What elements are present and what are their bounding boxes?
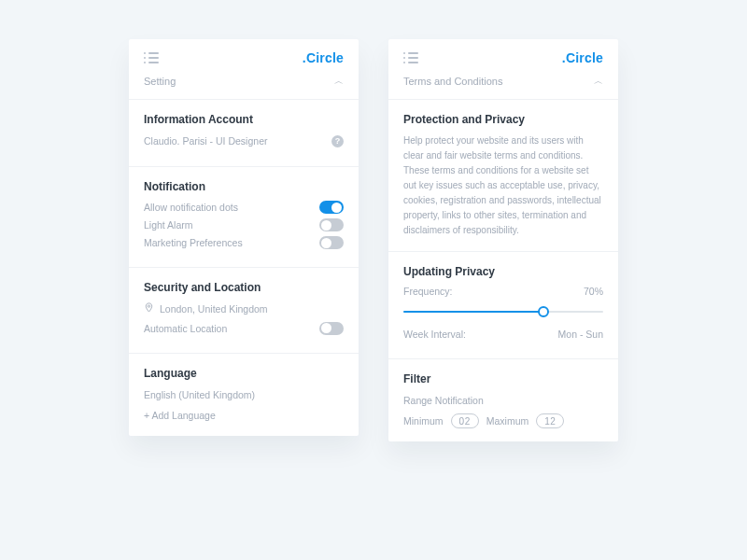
protection-body: Help protect your website and its users … — [403, 133, 603, 238]
subheader: Setting ︿ — [129, 71, 359, 100]
notif-row-allow-dots: Allow notification dots — [144, 201, 344, 214]
location-pin-icon — [144, 301, 154, 316]
section-security-location: Security and Location London, United Kin… — [129, 268, 359, 353]
toggle-label: Allow notification dots — [144, 202, 238, 213]
section-information-account: Information Account Claudio. Parisi - UI… — [129, 100, 359, 167]
section-heading: Protection and Privacy — [403, 113, 603, 126]
frequency-slider[interactable] — [403, 302, 603, 321]
page-title: Setting — [144, 76, 176, 87]
week-label: Week Interval: — [403, 329, 466, 340]
help-icon[interactable]: ? — [331, 135, 344, 147]
section-filter: Filter Range Notification Minimum 02 Max… — [388, 359, 618, 441]
toggle-label: Marketing Preferences — [144, 237, 243, 248]
notif-row-marketing: Marketing Preferences — [144, 236, 344, 249]
week-value: Mon - Sun — [558, 329, 603, 340]
account-name: Claudio. Parisi - UI Designer — [144, 133, 267, 148]
frequency-row: Frequency: 70% — [403, 286, 603, 297]
minimum-input[interactable]: 02 — [451, 413, 479, 428]
toggle-light-alarm[interactable] — [319, 218, 344, 231]
section-heading: Security and Location — [144, 281, 344, 294]
topbar: .Circle — [129, 39, 359, 71]
maximum-input[interactable]: 12 — [536, 413, 564, 428]
toggle-label: Automatic Location — [144, 323, 227, 334]
week-interval-row: Week Interval: Mon - Sun — [403, 329, 603, 340]
brand-logo: .Circle — [303, 50, 344, 65]
topbar: .Circle — [388, 39, 618, 71]
menu-icon[interactable] — [144, 52, 159, 63]
collapse-icon[interactable]: ︿ — [334, 75, 344, 88]
section-updating-privacy: Updating Privacy Frequency: 70% Week Int… — [388, 252, 618, 359]
toggle-label: Light Alarm — [144, 219, 193, 231]
section-heading: Filter — [403, 372, 603, 385]
auto-location-row: Automatic Location — [144, 322, 344, 335]
section-heading: Notification — [144, 180, 344, 193]
toggle-auto-location[interactable] — [319, 322, 344, 335]
collapse-icon[interactable]: ︿ — [594, 75, 603, 88]
settings-card: .Circle Setting ︿ Information Account Cl… — [129, 39, 359, 436]
section-protection-privacy: Protection and Privacy Help protect your… — [388, 100, 618, 252]
frequency-label: Frequency: — [403, 286, 453, 297]
section-heading: Information Account — [144, 113, 344, 126]
maximum-label: Maximum — [486, 415, 529, 427]
add-language-button[interactable]: + Add Language — [144, 408, 344, 423]
range-notification-label: Range Notification — [403, 393, 603, 408]
frequency-value: 70% — [584, 286, 603, 297]
brand-logo: .Circle — [562, 50, 603, 65]
slider-thumb[interactable] — [538, 306, 549, 317]
terms-card: .Circle Terms and Conditions ︿ Protectio… — [388, 39, 618, 441]
toggle-marketing-prefs[interactable] — [319, 236, 344, 249]
section-heading: Language — [144, 367, 344, 380]
current-language: English (United Kingdom) — [144, 387, 344, 402]
filter-range-row: Minimum 02 Maximum 12 — [403, 413, 603, 428]
section-heading: Updating Privacy — [403, 265, 603, 278]
notif-row-light-alarm: Light Alarm — [144, 218, 344, 231]
minimum-label: Minimum — [403, 415, 444, 427]
page-title: Terms and Conditions — [403, 76, 502, 87]
slider-track-fill — [403, 311, 543, 313]
section-language: Language English (United Kingdom) + Add … — [129, 354, 359, 437]
svg-point-0 — [148, 305, 149, 307]
location-text: London, United Kingdom — [160, 301, 268, 316]
menu-icon[interactable] — [403, 52, 418, 63]
location-row: London, United Kingdom — [144, 301, 344, 316]
subheader: Terms and Conditions ︿ — [388, 71, 618, 100]
section-notification: Notification Allow notification dots Lig… — [129, 167, 359, 268]
toggle-allow-dots[interactable] — [319, 201, 344, 214]
